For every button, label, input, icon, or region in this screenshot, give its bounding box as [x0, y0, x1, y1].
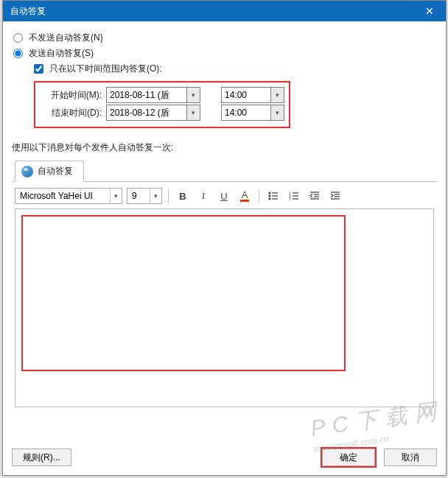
rules-button[interactable]: 规则(R)...	[12, 449, 71, 466]
svg-text:3: 3	[289, 197, 291, 201]
bullet-list-button[interactable]	[265, 189, 281, 203]
end-date-input[interactable]	[107, 105, 186, 120]
end-time-row: 结束时间(D): ▾ ▾	[40, 105, 284, 121]
reply-hint-text: 使用以下消息对每个发件人自动答复一次:	[12, 141, 437, 154]
title-bar: 自动答复 ✕	[3, 1, 446, 21]
dropdown-icon[interactable]: ▾	[150, 189, 161, 203]
ok-button[interactable]: 确定	[322, 449, 375, 466]
window-title: 自动答复	[10, 5, 46, 18]
start-time-row: 开始时间(M): ▾ ▾	[40, 87, 284, 103]
start-time-input[interactable]	[222, 88, 270, 102]
bold-button[interactable]: B	[175, 189, 191, 203]
font-color-button[interactable]: A	[237, 189, 253, 203]
end-time-combo[interactable]: ▾	[221, 105, 284, 121]
radio-dont-send-input[interactable]	[13, 33, 23, 43]
end-time-label: 结束时间(D):	[40, 107, 106, 119]
dropdown-icon[interactable]: ▾	[110, 189, 122, 203]
editor-highlight-box	[21, 215, 346, 371]
editor-wrap	[12, 208, 437, 407]
dialog-button-bar: 规则(R)... 确定 取消	[12, 449, 437, 466]
ok-button-label: 确定	[340, 451, 357, 464]
end-date-combo[interactable]: ▾	[106, 105, 200, 121]
tab-auto-reply-label: 自动答复	[38, 165, 73, 178]
svg-point-2	[269, 195, 270, 197]
indent-button[interactable]	[327, 189, 343, 203]
start-date-combo[interactable]: ▾	[106, 87, 200, 103]
globe-icon	[21, 166, 33, 178]
toolbar-separator	[168, 189, 169, 203]
radio-send-input[interactable]	[13, 49, 23, 58]
cancel-button[interactable]: 取消	[384, 449, 437, 466]
dropdown-icon[interactable]: ▾	[186, 88, 200, 102]
start-time-combo[interactable]: ▾	[221, 87, 284, 103]
dialog-content: 不发送自动答复(N) 发送自动答复(S) 只在以下时间范围内答复(O): 开始时…	[3, 21, 446, 413]
checkbox-only-range[interactable]: 只在以下时间范围内答复(O):	[34, 63, 437, 75]
italic-button[interactable]: I	[195, 189, 211, 203]
checkbox-only-range-input[interactable]	[34, 64, 43, 74]
radio-dont-send[interactable]: 不发送自动答复(N)	[13, 32, 437, 44]
message-editor[interactable]	[15, 208, 434, 407]
svg-point-0	[269, 192, 270, 194]
number-list-button[interactable]: 123	[286, 189, 302, 203]
font-name-input[interactable]	[15, 189, 110, 203]
svg-point-4	[269, 198, 270, 200]
font-size-combo[interactable]: ▾	[127, 188, 162, 204]
editor-toolbar: ▾ ▾ B I U A 123	[12, 182, 437, 208]
toolbar-separator	[259, 189, 259, 203]
dropdown-icon[interactable]: ▾	[270, 88, 284, 102]
close-button[interactable]: ✕	[413, 1, 446, 21]
end-time-input[interactable]	[222, 105, 270, 120]
radio-dont-send-label: 不发送自动答复(N)	[29, 32, 103, 44]
close-icon: ✕	[425, 5, 434, 17]
start-date-input[interactable]	[107, 88, 186, 102]
underline-button[interactable]: U	[216, 189, 232, 203]
dropdown-icon[interactable]: ▾	[186, 105, 200, 120]
cancel-button-label: 取消	[402, 451, 419, 464]
tab-auto-reply[interactable]: 自动答复	[15, 161, 84, 182]
dropdown-icon[interactable]: ▾	[270, 105, 284, 120]
rules-button-label: 规则(R)...	[23, 451, 60, 464]
checkbox-only-range-label: 只在以下时间范围内答复(O):	[49, 63, 162, 75]
radio-send-label: 发送自动答复(S)	[29, 47, 94, 60]
time-range-section: 只在以下时间范围内答复(O): 开始时间(M): ▾ ▾ 结束时间(D):	[34, 63, 437, 128]
tab-strip: 自动答复	[12, 160, 437, 182]
font-name-combo[interactable]: ▾	[15, 188, 122, 204]
datetime-highlight-box: 开始时间(M): ▾ ▾ 结束时间(D): ▾	[34, 81, 290, 128]
radio-send[interactable]: 发送自动答复(S)	[13, 47, 437, 60]
start-time-label: 开始时间(M):	[40, 89, 106, 102]
outdent-button[interactable]	[307, 189, 323, 203]
dialog-window: 自动答复 ✕ 不发送自动答复(N) 发送自动答复(S) 只在以下时间范围内答复(…	[2, 0, 447, 476]
font-size-input[interactable]	[127, 189, 150, 203]
